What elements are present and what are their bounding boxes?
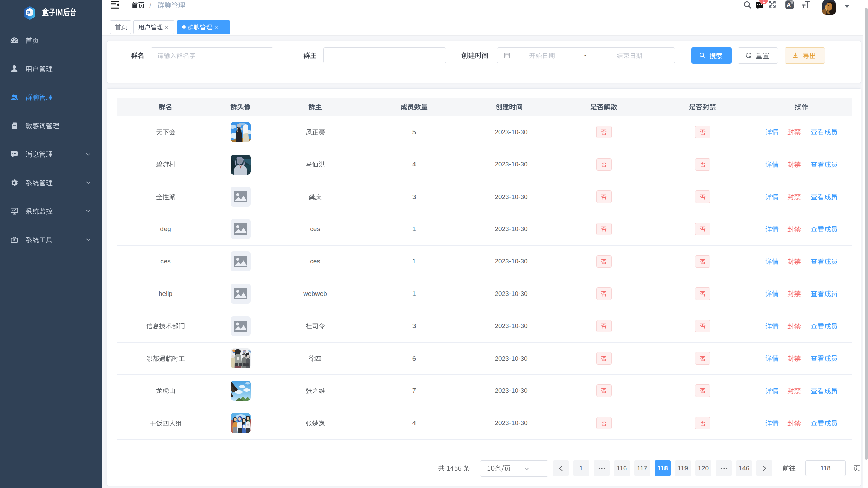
- svg-text:(0_0): (0_0): [243, 350, 251, 353]
